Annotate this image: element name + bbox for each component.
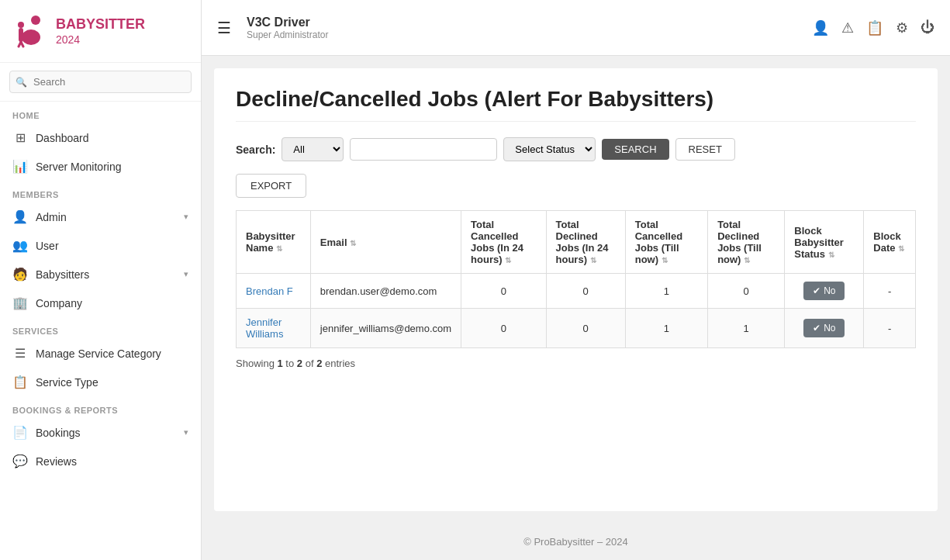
topbar: ☰ V3C Driver Super Administrator 👤 ⚠ 📋 ⚙… [202,0,950,56]
sort-icon[interactable]: ⇅ [828,251,834,259]
svg-point-0 [31,16,40,25]
alert-icon[interactable]: ⚠ [841,19,854,36]
sidebar-item-label: Dashboard [36,132,89,144]
cell-block-date: - [864,274,916,309]
chevron-down-icon: ▾ [184,212,188,222]
company-icon: 🏢 [12,296,28,310]
sidebar-item-label: Company [36,297,82,309]
sidebar-item-label: Manage Service Category [36,347,161,360]
logo-year: 2024 [56,33,145,46]
chevron-down-icon: ▾ [184,269,188,279]
status-select[interactable]: Select Status Active Inactive [503,137,596,161]
search-input[interactable] [350,138,497,161]
topbar-subtitle: Super Administrator [247,29,803,40]
sort-icon[interactable]: ⇅ [505,256,511,264]
section-home-label: HOME [0,102,201,123]
sort-icon[interactable]: ⇅ [350,239,356,247]
col-total-cancelled-till: Total Cancelled Jobs (Till now) ⇅ [625,211,707,274]
profile-icon[interactable]: 👤 [812,19,829,36]
sidebar-item-label: Bookings [36,427,81,439]
sort-icon[interactable]: ⇅ [744,256,750,264]
cell-email: brendan.user@demo.com [310,274,461,309]
admin-icon: 👤 [12,209,28,224]
logo-icon [12,12,50,50]
block-status-button[interactable]: ✔ No [803,282,845,300]
sidebar-item-label: Service Type [36,376,98,389]
sidebar-item-reviews[interactable]: 💬 Reviews [0,447,201,475]
check-icon: ✔ [813,285,820,296]
reset-button[interactable]: RESET [675,138,735,161]
sidebar-item-manage-service-category[interactable]: ☰ Manage Service Category [0,339,201,368]
cell-declined-till: 1 [708,309,785,348]
sidebar-search-input[interactable] [9,71,192,93]
export-button[interactable]: EXPORT [236,174,306,198]
search-button[interactable]: SEARCH [602,139,668,160]
cell-name: Jennifer Williams [237,309,311,348]
sidebar-item-user[interactable]: 👥 User [0,231,201,260]
main-content: ☰ V3C Driver Super Administrator 👤 ⚠ 📋 ⚙… [202,0,950,560]
footer: © ProBabysitter – 2024 [202,524,950,560]
col-total-declined-till: Total Declined Jobs (Till now) ⇅ [708,211,785,274]
svg-rect-2 [19,28,23,42]
sidebar-logo: BABYSITTER 2024 [0,0,201,63]
sidebar-item-bookings[interactable]: 📄 Bookings ▾ [0,418,201,447]
menu-icon[interactable]: ☰ [217,19,231,37]
sidebar-item-company[interactable]: 🏢 Company [0,289,201,317]
table-row: Jennifer Williams jennifer_williams@demo… [237,309,916,348]
cell-cancelled-24: 0 [461,309,546,348]
sidebar-item-admin[interactable]: 👤 Admin ▾ [0,202,201,231]
chevron-down-icon: ▾ [184,427,188,437]
server-monitoring-icon: 📊 [12,159,28,174]
sidebar-item-label: Server Monitoring [36,161,122,173]
page-title: Decline/Cancelled Jobs (Alert For Babysi… [236,87,916,122]
babysitter-link[interactable]: Brendan F [246,285,293,297]
col-total-declined-24: Total Declined Jobs (In 24 hours) ⇅ [546,211,625,274]
cell-declined-24: 0 [546,309,625,348]
jobs-table: Babysitter Name ⇅ Email ⇅ Total Cancelle… [236,210,916,348]
sidebar-item-label: Babysitters [36,268,89,281]
svg-point-3 [18,22,24,28]
babysitter-link[interactable]: Jennifer Williams [246,316,283,340]
service-type-icon: 📋 [12,375,28,389]
sidebar-item-label: Admin [36,211,67,223]
check-icon: ✔ [813,323,820,334]
cell-email: jennifer_williams@demo.com [310,309,461,348]
cell-declined-till: 0 [708,274,785,309]
table-row: Brendan F brendan.user@demo.com 0 0 1 0 … [237,274,916,309]
content-area: Decline/Cancelled Jobs (Alert For Babysi… [214,68,938,511]
col-block-date: Block Date ⇅ [864,211,916,274]
block-status-button[interactable]: ✔ No [803,319,845,337]
notes-icon[interactable]: 📋 [866,19,883,36]
showing-text: Showing 1 to 2 of 2 entries [236,358,916,369]
col-total-cancelled-24: Total Cancelled Jobs (In 24 hours) ⇅ [461,211,546,274]
search-type-select[interactable]: All Name Email [282,137,344,161]
sort-icon[interactable]: ⇅ [276,244,282,253]
section-services-label: SERVICES [0,317,201,339]
search-label: Search: [236,143,275,156]
sort-icon[interactable]: ⇅ [662,256,668,264]
section-bookings-label: BOOKINGS & REPORTS [0,396,201,418]
sidebar-item-server-monitoring[interactable]: 📊 Server Monitoring [0,152,201,181]
sidebar: BABYSITTER 2024 HOME ⊞ Dashboard 📊 Serve… [0,0,202,560]
col-email: Email ⇅ [310,211,461,274]
babysitters-icon: 🧑 [12,267,28,282]
col-block-status: Block Babysitter Status ⇅ [785,211,864,274]
sidebar-item-babysitters[interactable]: 🧑 Babysitters ▾ [0,260,201,289]
svg-line-5 [21,42,23,47]
sort-icon[interactable]: ⇅ [590,256,596,264]
footer-text: © ProBabysitter – 2024 [523,536,628,548]
svg-point-1 [22,29,40,45]
cell-declined-24: 0 [546,274,625,309]
cell-block-date: - [864,309,916,348]
cell-block-status: ✔ No [785,309,864,348]
sort-icon[interactable]: ⇅ [898,244,904,253]
power-icon[interactable]: ⏻ [921,19,934,36]
cell-cancelled-till: 1 [625,309,707,348]
sidebar-item-dashboard[interactable]: ⊞ Dashboard [0,123,201,152]
cell-cancelled-24: 0 [461,274,546,309]
sidebar-item-service-type[interactable]: 📋 Service Type [0,368,201,396]
cell-name: Brendan F [237,274,311,309]
gear-icon[interactable]: ⚙ [896,19,908,36]
cell-cancelled-till: 1 [625,274,707,309]
topbar-title: V3C Driver [247,16,803,29]
